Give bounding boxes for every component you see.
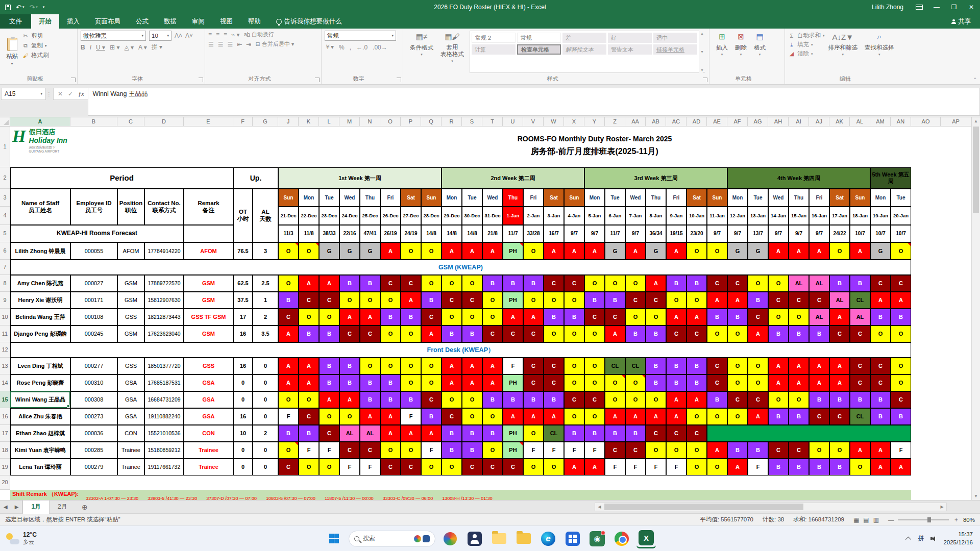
formula-input[interactable]: Winni Wang 王晶晶	[88, 88, 980, 116]
shift-cell[interactable]: O	[462, 275, 482, 292]
shift-cell[interactable]: O	[380, 325, 401, 342]
page-layout-view-icon[interactable]: ▤	[863, 516, 869, 523]
shift-cell[interactable]: B	[421, 408, 442, 425]
staff-name-cell[interactable]: Alice Zhu 朱春艳	[10, 408, 70, 425]
shift-cell[interactable]: B	[829, 391, 850, 408]
staff-id-cell[interactable]: 000027	[70, 275, 117, 292]
page-break-view-icon[interactable]: ▥	[873, 516, 879, 523]
shift-cell[interactable]: A	[584, 242, 605, 260]
staff-ot-cell[interactable]: 76.5	[233, 242, 253, 260]
column-header-AE[interactable]: AE	[707, 117, 727, 127]
cancel-formula-icon[interactable]: ✕	[58, 90, 63, 97]
shift-cell[interactable]: O	[584, 408, 605, 425]
shift-cell[interactable]: C	[646, 425, 666, 442]
shift-cell[interactable]: B	[809, 391, 829, 408]
shift-cell[interactable]: B	[666, 374, 687, 391]
shift-cell[interactable]: C	[442, 408, 462, 425]
shift-cell[interactable]: A	[462, 374, 482, 391]
shift-cell[interactable]: C	[789, 292, 809, 309]
shift-cell[interactable]: O	[564, 374, 584, 391]
cell-style-chip[interactable]: 解释性文本	[562, 44, 606, 55]
italic-icon[interactable]: I	[90, 44, 91, 51]
shift-cell[interactable]: F	[625, 459, 646, 475]
shift-cell[interactable]: O	[829, 242, 850, 260]
shift-cell[interactable]: B	[809, 459, 829, 475]
shift-cell[interactable]: F	[666, 459, 687, 475]
shift-cell[interactable]: C	[850, 358, 870, 374]
shift-cell[interactable]: A	[707, 292, 727, 309]
select-all-corner[interactable]	[0, 117, 10, 127]
staff-id-cell[interactable]: 000245	[70, 325, 117, 342]
shift-cell[interactable]: O	[564, 408, 584, 425]
shift-cell[interactable]: A	[850, 242, 870, 260]
align-top-icon[interactable]: ≡	[208, 31, 212, 38]
shift-cell[interactable]: C	[687, 325, 707, 342]
font-color-icon[interactable]: A ▾	[138, 44, 147, 51]
column-header-AJ[interactable]: AJ	[809, 117, 829, 127]
shift-cell[interactable]: C	[625, 442, 646, 459]
forecast-cell[interactable]: 11/7	[503, 225, 523, 242]
shift-cell[interactable]: C	[870, 275, 891, 292]
shift-cell[interactable]: O	[442, 309, 462, 325]
shift-cell[interactable]	[727, 425, 748, 442]
wrap-text-button[interactable]: ab̲ 自动换行	[244, 31, 274, 38]
shift-cell[interactable]: A	[646, 408, 666, 425]
shift-cell[interactable]: O	[605, 374, 625, 391]
ribbon-tab-4[interactable]: 公式	[128, 14, 156, 29]
shift-cell[interactable]: B	[687, 358, 707, 374]
shift-cell[interactable]: B	[666, 358, 687, 374]
shift-cell[interactable]: B	[625, 325, 646, 342]
share-button[interactable]: 共享	[951, 14, 971, 29]
shift-cell[interactable]: O	[523, 459, 544, 475]
shift-cell[interactable]: A	[278, 374, 299, 391]
forecast-cell[interactable]: 33/28	[523, 225, 544, 242]
shift-cell[interactable]: A	[380, 425, 401, 442]
shift-cell[interactable]: O	[299, 391, 319, 408]
column-header-S[interactable]: S	[462, 117, 482, 127]
shift-cell[interactable]: B	[360, 275, 380, 292]
shift-cell[interactable]: A	[462, 242, 482, 260]
column-header-AP[interactable]: AP	[941, 117, 971, 127]
shift-cell[interactable]: C	[687, 425, 707, 442]
cell-style-chip[interactable]: 检查单元格	[517, 44, 561, 55]
shift-cell[interactable]: AL	[829, 292, 850, 309]
shift-cell[interactable]: O	[523, 292, 544, 309]
column-header-AO[interactable]: AO	[911, 117, 941, 127]
shift-cell[interactable]: O	[789, 391, 809, 408]
shift-cell[interactable]: PH	[503, 242, 523, 260]
shift-cell[interactable]: B	[829, 275, 850, 292]
column-header-AI[interactable]: AI	[789, 117, 809, 127]
shift-cell[interactable]: B	[380, 309, 401, 325]
shift-cell[interactable]: O	[789, 309, 809, 325]
shift-cell[interactable]: O	[278, 242, 299, 260]
shift-cell[interactable]: A	[299, 275, 319, 292]
forecast-cell[interactable]: 10/7	[870, 225, 891, 242]
shift-cell[interactable]: O	[707, 459, 727, 475]
shift-cell[interactable]: C	[421, 391, 442, 408]
shift-cell[interactable]: F	[339, 459, 360, 475]
shift-cell[interactable]: C	[829, 325, 850, 342]
staff-name-cell[interactable]: Winni Wang 王晶晶	[10, 391, 70, 408]
taskbar-app-colorful[interactable]	[440, 529, 460, 548]
shift-cell[interactable]: O	[421, 374, 442, 391]
signed-in-user[interactable]: Lilith Zhong	[872, 4, 903, 11]
shift-cell[interactable]: O	[584, 275, 605, 292]
shift-cell[interactable]: O	[401, 242, 421, 260]
taskbar-edge[interactable]: e	[538, 529, 558, 548]
shift-cell[interactable]: F	[360, 459, 380, 475]
shift-cell[interactable]: B	[809, 325, 829, 342]
staff-remark-cell[interactable]: GSA	[184, 374, 233, 391]
shift-cell[interactable]: O	[401, 442, 421, 459]
name-box[interactable]: A15▾	[1, 88, 46, 100]
forecast-cell[interactable]: 21/8	[482, 225, 503, 242]
copy-button[interactable]: ⧉复制 ▾	[22, 42, 49, 49]
shift-cell[interactable]: CL	[544, 425, 564, 442]
shift-cell[interactable]	[789, 425, 809, 442]
shift-cell[interactable]: A	[789, 242, 809, 260]
shift-cell[interactable]: A	[727, 459, 748, 475]
staff-remark-cell[interactable]: GSS TF GSM	[184, 309, 233, 325]
shift-cell[interactable]: C	[462, 292, 482, 309]
staff-contact-cell[interactable]: 19117661732	[144, 459, 184, 475]
shift-cell[interactable]: C	[625, 292, 646, 309]
insert-cells-button[interactable]: ⊞ 插入▾	[713, 31, 731, 73]
